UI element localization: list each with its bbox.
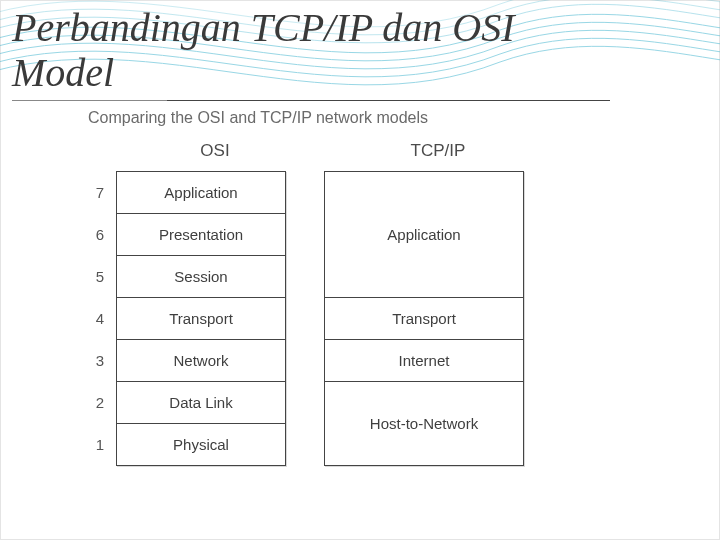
layer-number: 7 — [70, 171, 116, 213]
osi-layer-cell: Physical — [116, 424, 286, 466]
tcpip-stack: ApplicationTransportInternetHost-to-Netw… — [324, 171, 524, 466]
diagram-subtitle: Comparing the OSI and TCP/IP network mod… — [88, 109, 610, 127]
title-line-2: Model — [12, 50, 114, 95]
osi-layer-cell: Network — [116, 340, 286, 382]
tcpip-header: TCP/IP — [338, 141, 538, 161]
osi-stack: ApplicationPresentationSessionTransportN… — [116, 171, 286, 466]
osi-layer-cell: Transport — [116, 298, 286, 340]
column-headers: OSI TCP/IP — [70, 141, 610, 161]
layer-stacks: 7654321 ApplicationPresentationSessionTr… — [70, 171, 610, 466]
tcpip-layer-cell: Host-to-Network — [324, 382, 524, 466]
layer-number: 3 — [70, 339, 116, 381]
tcpip-layer-cell: Transport — [324, 298, 524, 340]
layer-number: 1 — [70, 423, 116, 465]
layer-numbers: 7654321 — [70, 171, 116, 465]
title-line-1: Perbandingan TCP/IP dan OSI — [12, 5, 515, 50]
title-underline — [12, 100, 167, 101]
layer-number: 6 — [70, 213, 116, 255]
tcpip-layer-cell: Application — [324, 172, 524, 298]
page-title: Perbandingan TCP/IP dan OSI Model — [12, 6, 515, 96]
layer-number: 4 — [70, 297, 116, 339]
osi-header: OSI — [130, 141, 300, 161]
osi-layer-cell: Data Link — [116, 382, 286, 424]
comparison-diagram: Comparing the OSI and TCP/IP network mod… — [70, 100, 610, 466]
osi-layer-cell: Application — [116, 172, 286, 214]
layer-number: 2 — [70, 381, 116, 423]
osi-layer-cell: Session — [116, 256, 286, 298]
tcpip-layer-cell: Internet — [324, 340, 524, 382]
layer-number: 5 — [70, 255, 116, 297]
osi-layer-cell: Presentation — [116, 214, 286, 256]
